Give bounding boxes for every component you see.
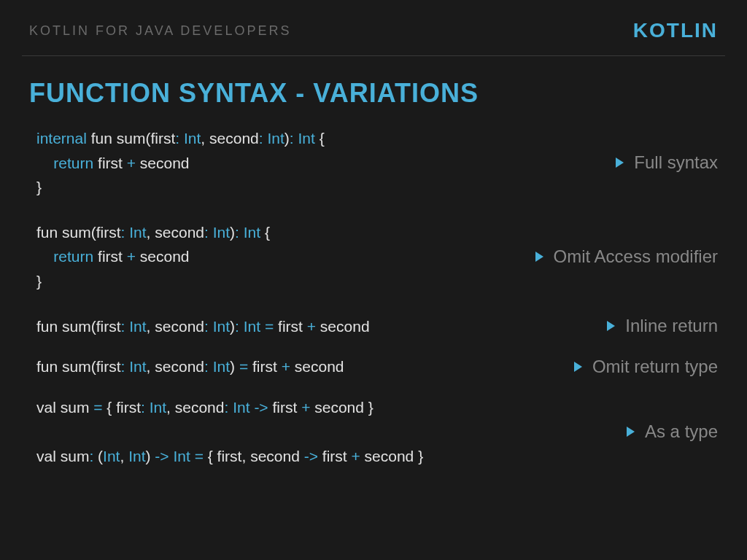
brand-logo: KOTLIN [633, 19, 718, 42]
code-block: val sum = { first: Int, second: Int -> f… [36, 395, 423, 469]
code-block: fun sum(first: Int, second: Int) = first… [36, 354, 344, 379]
example-omit-return-type: fun sum(first: Int, second: Int) = first… [36, 354, 718, 379]
example-as-type: val sum = { first: Int, second: Int -> f… [36, 395, 718, 469]
triangle-icon [627, 427, 635, 437]
slide-header: KOTLIN FOR JAVA DEVELOPERS KOTLIN [0, 0, 747, 55]
example-omit-access: fun sum(first: Int, second: Int): Int { … [36, 220, 718, 294]
bullet-label: Omit Access modifier [554, 246, 718, 267]
bullet-label: As a type [645, 421, 718, 442]
bullet-omit-access: Omit Access modifier [535, 246, 718, 267]
triangle-icon [574, 362, 582, 372]
code-block: fun sum(first: Int, second: Int): Int { … [36, 220, 270, 294]
bullet-omit-return-type: Omit return type [574, 357, 718, 377]
breadcrumb: KOTLIN FOR JAVA DEVELOPERS [29, 23, 291, 39]
example-full-syntax: internal fun sum(first: Int, second: Int… [36, 126, 718, 200]
code-block: internal fun sum(first: Int, second: Int… [36, 126, 325, 200]
code-block: fun sum(first: Int, second: Int): Int = … [36, 314, 370, 339]
bullet-label: Full syntax [634, 152, 718, 173]
triangle-icon [535, 252, 543, 262]
triangle-icon [607, 321, 615, 331]
slide-content: internal fun sum(first: Int, second: Int… [0, 126, 747, 469]
triangle-icon [616, 158, 624, 168]
bullet-label: Omit return type [592, 357, 718, 377]
bullet-full-syntax: Full syntax [616, 152, 718, 173]
slide-title: FUNCTION SYNTAX - VARIATIONS [0, 56, 747, 126]
bullet-as-type: As a type [627, 421, 718, 442]
example-inline-return: fun sum(first: Int, second: Int): Int = … [36, 314, 718, 339]
bullet-label: Inline return [625, 316, 718, 336]
bullet-inline-return: Inline return [607, 316, 718, 336]
